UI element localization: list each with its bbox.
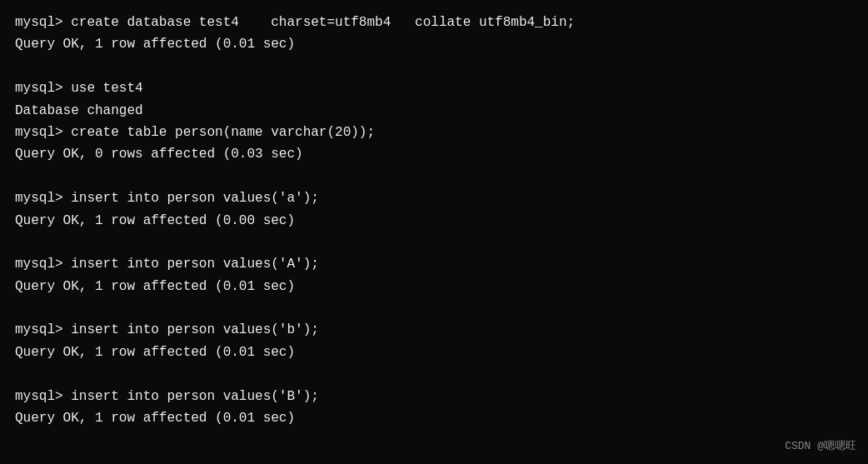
result-line: Query OK, 1 row affected (0.00 sec) [15, 210, 853, 232]
watermark: CSDN @嗯嗯旺 [785, 438, 856, 456]
prompt-line: mysql> insert into person values('B'); [15, 386, 853, 407]
prompt-line: mysql> insert into person values('a'); [15, 187, 853, 209]
prompt-line: mysql> insert into person values('b'); [15, 319, 853, 341]
terminal-content: mysql> create database test4 charset=utf… [15, 12, 853, 429]
result-line: Query OK, 0 rows affected (0.03 sec) [15, 143, 853, 165]
empty-line [15, 363, 853, 385]
result-line: Query OK, 1 row affected (0.01 sec) [15, 342, 853, 363]
result-line: Query OK, 1 row affected (0.01 sec) [15, 33, 853, 55]
result-line: Database changed [15, 100, 853, 122]
empty-line [15, 56, 853, 77]
prompt-line: mysql> insert into person values('A'); [15, 253, 853, 275]
empty-line [15, 166, 853, 187]
empty-line [15, 297, 853, 319]
prompt-line: mysql> use test4 [15, 77, 853, 99]
prompt-line: mysql> create table person(name varchar(… [15, 122, 853, 143]
terminal-window: mysql> create database test4 charset=utf… [0, 0, 868, 464]
result-line: Query OK, 1 row affected (0.01 sec) [15, 407, 853, 429]
result-line: Query OK, 1 row affected (0.01 sec) [15, 276, 853, 297]
prompt-line: mysql> create database test4 charset=utf… [15, 12, 853, 33]
empty-line [15, 232, 853, 253]
